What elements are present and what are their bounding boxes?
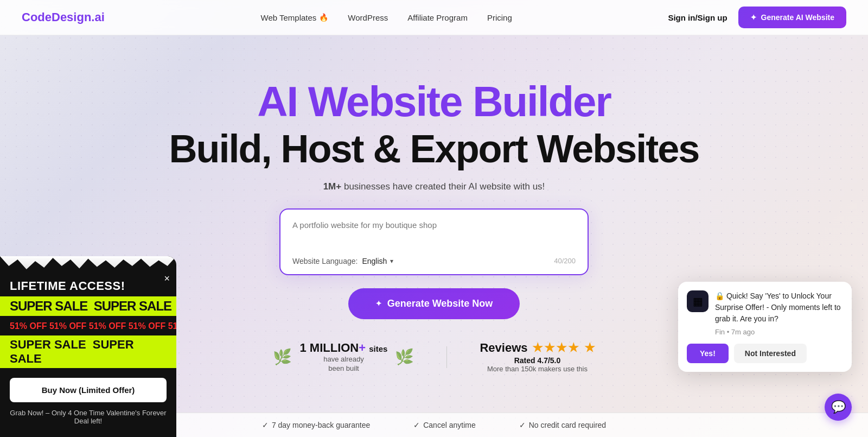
- chat-avatar-icon: ▦: [693, 295, 703, 308]
- nav-links: Web Templates 🔥 WordPress Affiliate Prog…: [261, 13, 512, 22]
- stat-reviews: Reviews ★★★★★ Rated 4.7/5.0 More than 15…: [480, 341, 595, 373]
- lifetime-popup: × LIFETIME ACCESS! SUPER SALE SUPER SALE…: [0, 256, 176, 437]
- laurel-left-icon: 🌿: [273, 348, 292, 366]
- chat-bubble-button[interactable]: 💬: [825, 394, 852, 421]
- popup-discount-text: 51% OFF 51% OFF 51% OFF 51% OFF 51: [10, 321, 167, 331]
- chat-message: 🔒 Quick! Say 'Yes' to Unlock Your Surpri…: [715, 290, 843, 325]
- brand-logo[interactable]: CodeDesign.ai: [22, 10, 105, 24]
- sparkle-icon: ✦: [750, 13, 757, 22]
- snow-decoration: [0, 256, 176, 273]
- hero-title-ai: AI Website Builder: [0, 79, 868, 125]
- nav-affiliate[interactable]: Affiliate Program: [407, 13, 468, 22]
- chevron-down-icon: ▾: [390, 257, 393, 265]
- check-icon-3: ✓: [519, 421, 526, 429]
- navbar: CodeDesign.ai Web Templates 🔥 WordPress …: [0, 0, 868, 35]
- hero-subtitle: 1M+ 1M+ businesses have created their AI…: [0, 181, 868, 192]
- chat-sender: Fin • 7m ago: [715, 328, 843, 336]
- stat-sites-text: 1 MILLION+ sites have alreadybeen built: [299, 341, 387, 373]
- language-label: Website Language:: [292, 257, 358, 265]
- popup-buy-button[interactable]: Buy Now (Limited Offer): [10, 378, 167, 402]
- prompt-textarea[interactable]: [292, 220, 576, 250]
- chat-actions: Yes! Not Interested: [687, 344, 843, 363]
- stat-sites: 🌿 1 MILLION+ sites have alreadybeen buil…: [273, 341, 414, 373]
- logo-ext: .ai: [91, 10, 104, 24]
- nav-wordpress[interactable]: WordPress: [348, 13, 388, 22]
- reviews-rating: Rated 4.7/5.0: [480, 356, 595, 365]
- reviews-count: More than 150k makers use this: [480, 365, 595, 373]
- chat-widget: ▦ 🔒 Quick! Say 'Yes' to Unlock Your Surp…: [678, 282, 852, 372]
- generate-website-button[interactable]: ✦ Generate Website Now: [348, 288, 520, 319]
- sparkle-icon-main: ✦: [375, 299, 382, 308]
- popup-sale2-text: SUPER SALE SUPER SALE: [10, 338, 167, 366]
- language-value-text: English: [362, 257, 387, 265]
- popup-sale-strip: SUPER SALE SUPER SALE: [0, 296, 176, 316]
- guarantee-cancel: ✓ Cancel anytime: [413, 421, 476, 429]
- nav-web-templates[interactable]: Web Templates 🔥: [261, 13, 329, 22]
- check-icon-2: ✓: [413, 421, 420, 429]
- stat-sites-sub: have alreadybeen built: [299, 355, 387, 373]
- chat-avatar: ▦: [687, 290, 709, 312]
- navbar-actions: Sign in/Sign up ✦ Generate AI Website: [668, 7, 846, 28]
- chat-bubble-icon: 💬: [831, 400, 846, 414]
- hero-title-black: Build, Host & Export Websites: [0, 128, 868, 170]
- guarantee-no-cc: ✓ No credit card required: [519, 421, 606, 429]
- language-dropdown[interactable]: English ▾: [362, 257, 393, 265]
- popup-content: LIFETIME ACCESS! SUPER SALE SUPER SALE 5…: [0, 273, 176, 437]
- laurel-right-icon: 🌿: [395, 348, 414, 366]
- popup-title: LIFETIME ACCESS!: [10, 279, 167, 293]
- guarantee-money-back: ✓ 7 day money-back guarantee: [262, 421, 370, 429]
- half-star-icon: ★: [584, 341, 595, 355]
- language-selector: Website Language: English ▾: [292, 257, 393, 265]
- logo-text: CodeDesign: [22, 10, 91, 24]
- popup-discount-strip: 51% OFF 51% OFF 51% OFF 51% OFF 51: [0, 319, 176, 333]
- popup-sale2-strip: SUPER SALE SUPER SALE: [0, 335, 176, 368]
- popup-close-button[interactable]: ×: [164, 274, 170, 283]
- sign-in-link[interactable]: Sign in/Sign up: [668, 13, 727, 22]
- stat-sites-number: 1 MILLION+ sites: [299, 341, 387, 355]
- chat-not-interested-button[interactable]: Not Interested: [734, 344, 807, 363]
- reviews-section: Reviews ★★★★★ Rated 4.7/5.0 More than 15…: [480, 341, 595, 373]
- generate-ai-website-button[interactable]: ✦ Generate AI Website: [738, 7, 846, 28]
- char-count: 40/200: [554, 257, 576, 265]
- stars-icon: ★★★★: [532, 341, 580, 355]
- popup-footer-text: Grab Now! – Only 4 One Time Valentine's …: [10, 409, 167, 427]
- reviews-label: Reviews ★★★★★: [480, 341, 595, 355]
- input-footer: Website Language: English ▾ 40/200: [292, 257, 576, 265]
- chat-yes-button[interactable]: Yes!: [687, 344, 729, 363]
- nav-pricing[interactable]: Pricing: [487, 13, 512, 22]
- chat-header: ▦ 🔒 Quick! Say 'Yes' to Unlock Your Surp…: [687, 290, 843, 336]
- popup-sale-text: SUPER SALE SUPER SALE: [10, 299, 167, 314]
- prompt-input-container: Website Language: English ▾ 40/200: [279, 208, 589, 275]
- stat-divider: [446, 346, 447, 368]
- chat-body: 🔒 Quick! Say 'Yes' to Unlock Your Surpri…: [715, 290, 843, 336]
- check-icon: ✓: [262, 421, 269, 429]
- fire-icon: 🔥: [319, 13, 328, 22]
